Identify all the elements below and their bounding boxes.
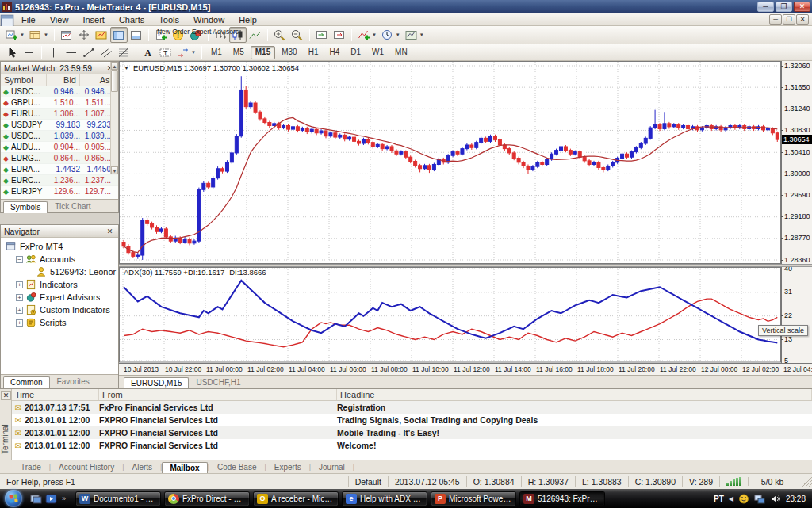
mdi-restore-button[interactable]: ❐: [783, 14, 795, 25]
fibonacci-button[interactable]: [115, 44, 132, 60]
tab-tick-chart[interactable]: Tick Chart: [48, 201, 98, 212]
mdi-close-button[interactable]: ✕: [796, 14, 809, 25]
text-label-button[interactable]: T: [157, 44, 174, 60]
tree-item-indicators[interactable]: +Indicators: [2, 278, 118, 291]
taskbar-button-outlook[interactable]: OA receber - Micros...: [253, 491, 339, 506]
new-order-button[interactable]: New Order: [152, 27, 170, 43]
column-headline[interactable]: Headline: [337, 389, 812, 400]
mdi-minimize-button[interactable]: ─: [769, 14, 782, 25]
title-bar[interactable]: 5126943: FxPro - MetaTrader 4 - [EURUSD,…: [0, 0, 812, 13]
tree-item-expert-advisors[interactable]: +Expert Advisors: [2, 291, 118, 304]
time-axis[interactable]: 10 Jul 201310 Jul 22:0011 Jul 00:0011 Ju…: [119, 363, 812, 375]
timeframe-mn-button[interactable]: MN: [390, 46, 412, 59]
cursor-arrow-button[interactable]: [3, 44, 21, 60]
tree-item-5126943-leonor-sous[interactable]: 5126943: Leonor Sous: [2, 265, 118, 278]
column-time[interactable]: Time: [12, 389, 99, 400]
arrows-button[interactable]: ▼: [174, 44, 198, 60]
menu-window[interactable]: Window: [186, 14, 232, 25]
dropdown-caret-icon[interactable]: ▼: [418, 32, 424, 37]
taskbar-button-help[interactable]: eHelp with ADX - - ...: [342, 491, 427, 506]
zoom-out-button[interactable]: [289, 27, 306, 43]
dropdown-caret-icon[interactable]: ▼: [18, 32, 25, 37]
messenger-tray-icon[interactable]: [738, 494, 749, 504]
menu-insert[interactable]: Insert: [75, 14, 112, 25]
maximize-button[interactable]: ❐: [776, 2, 792, 12]
market-watch-row[interactable]: ◆EURC...1.236...1.237...: [1, 175, 118, 186]
market-watch-row[interactable]: ◆AUDU...0.904...0.905...: [1, 142, 118, 153]
chart-window-button[interactable]: [58, 27, 75, 43]
expand-icon[interactable]: +: [16, 307, 23, 314]
taskbar-clock[interactable]: 23:28: [786, 495, 806, 503]
tab-symbols[interactable]: Symbols: [3, 201, 48, 213]
tab-favorites[interactable]: Favorites: [50, 376, 97, 388]
dropdown-caret-icon[interactable]: ▼: [42, 32, 48, 37]
tab-usdchf-h1[interactable]: USDCHF,H1: [189, 376, 247, 388]
templates-button[interactable]: ▼: [403, 27, 427, 43]
tab-common[interactable]: Common: [3, 376, 50, 388]
tree-item-custom-indicators[interactable]: +Custom Indicators: [2, 304, 118, 316]
crosshair-button[interactable]: [21, 44, 38, 60]
minimize-button[interactable]: ─: [757, 2, 774, 12]
timeframe-h1-button[interactable]: H1: [304, 46, 324, 59]
expand-icon[interactable]: +: [16, 319, 23, 327]
tab-trade[interactable]: Trade: [13, 461, 49, 473]
mailbox-row[interactable]: ✉2013.01.01 12:00FXPRO Financial Service…: [12, 439, 812, 452]
resize-grip[interactable]: [801, 476, 812, 487]
column-from[interactable]: From: [99, 389, 337, 400]
market-watch-scrollbar[interactable]: ▲ ▼: [110, 62, 118, 174]
pane-splitter[interactable]: [119, 264, 812, 267]
column-bid[interactable]: Bid: [47, 74, 80, 86]
tab-experts[interactable]: Experts: [266, 461, 309, 473]
market-watch-row[interactable]: ◆EURG...0.864...0.865...: [1, 153, 118, 164]
start-button[interactable]: [5, 490, 22, 507]
menu-help[interactable]: Help: [232, 14, 264, 25]
market-watch-row[interactable]: ◆EURA...1.44321.4450: [1, 164, 118, 175]
dropdown-caret-icon[interactable]: ▼: [190, 50, 196, 55]
expand-icon[interactable]: +: [16, 281, 23, 288]
expert-advisors-button[interactable]: Expert Advisors: [187, 27, 205, 43]
dropdown-caret-icon[interactable]: ▼: [370, 32, 377, 37]
tab-alerts[interactable]: Alerts: [124, 461, 160, 473]
timeframe-m5-button[interactable]: M5: [228, 46, 249, 59]
menu-tools[interactable]: Tools: [151, 14, 186, 25]
indicators-button[interactable]: ▼: [355, 27, 379, 43]
market-watch-row[interactable]: ◆USDJPY99.18399.233: [1, 120, 118, 131]
tree-item-fxpro-mt4[interactable]: FxPro MT4: [2, 240, 118, 253]
taskbar-button-chrome[interactable]: FxPro Direct - Min...: [164, 491, 250, 506]
scroll-down-icon[interactable]: ▼: [111, 166, 118, 174]
mailbox-row[interactable]: ✉2013.01.01 12:00FXPRO Financial Service…: [12, 414, 812, 426]
menu-view[interactable]: View: [43, 14, 76, 25]
menu-charts[interactable]: Charts: [112, 14, 151, 25]
line-chart-mode-button[interactable]: [247, 27, 264, 43]
tree-item-scripts[interactable]: +Scripts: [2, 316, 118, 329]
quick-launch-overflow-icon[interactable]: »: [60, 495, 71, 502]
timeframe-h4-button[interactable]: H4: [324, 46, 344, 59]
mailbox-row[interactable]: ✉2013.07.13 17:51FxPro Financial Service…: [12, 401, 812, 414]
chart-canvas[interactable]: ▼ EURUSD,M15 1.30697 1.30700 1.30602 1.3…: [119, 61, 812, 375]
dropdown-caret-icon[interactable]: ▼: [394, 32, 400, 37]
navigator-close-icon[interactable]: ✕: [105, 227, 115, 236]
column-symbol[interactable]: Symbol: [1, 74, 47, 86]
taskbar-button-powerpoint[interactable]: PMicrosoft PowerPo...: [431, 491, 516, 506]
network-tray-icon[interactable]: [754, 494, 765, 504]
market-watch-toggle-button[interactable]: [93, 27, 110, 43]
periods-button[interactable]: ▼: [379, 27, 403, 43]
menu-file[interactable]: File: [14, 14, 43, 25]
timeframe-d1-button[interactable]: D1: [346, 46, 366, 59]
cursor-move-button[interactable]: [75, 27, 93, 43]
market-watch-row[interactable]: ◆USDC...0.946...0.946...: [1, 86, 118, 97]
expand-icon[interactable]: +: [16, 294, 23, 301]
market-watch-row[interactable]: ◆GBPU...1.510...1.511...: [1, 97, 118, 109]
price-chart-plot[interactable]: [119, 61, 781, 375]
tree-item-accounts[interactable]: −Accounts: [2, 253, 118, 265]
timeframe-m30-button[interactable]: M30: [277, 46, 301, 59]
auto-scroll-button[interactable]: [313, 27, 331, 43]
keyboard-language[interactable]: PT: [714, 495, 724, 503]
volume-tray-icon[interactable]: [770, 494, 781, 504]
chart-menu-icon[interactable]: ▼: [124, 65, 129, 71]
new-chart-button[interactable]: ▼: [3, 27, 27, 43]
terminal-toggle-button[interactable]: [128, 27, 145, 43]
market-watch-row[interactable]: ◆EURJPY129.6...129.7...: [1, 186, 118, 197]
mailbox-row[interactable]: ✉2013.01.01 12:00FXPRO Financial Service…: [12, 426, 812, 439]
tray-expand-icon[interactable]: ◀: [729, 495, 733, 502]
